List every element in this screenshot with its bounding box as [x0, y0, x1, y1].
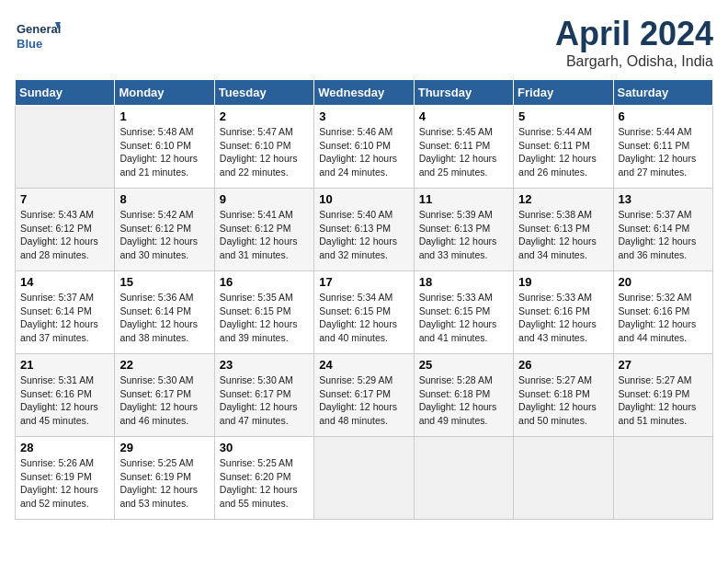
title-block: April 2024 Bargarh, Odisha, India — [555, 15, 713, 70]
day-info: Sunrise: 5:44 AM Sunset: 6:11 PM Dayligh… — [518, 125, 608, 179]
day-number: 5 — [518, 109, 608, 123]
day-info: Sunrise: 5:37 AM Sunset: 6:14 PM Dayligh… — [619, 208, 708, 262]
calendar-cell: 22Sunrise: 5:30 AM Sunset: 6:17 PM Dayli… — [115, 354, 214, 437]
day-info: Sunrise: 5:45 AM Sunset: 6:11 PM Dayligh… — [419, 125, 508, 179]
day-info: Sunrise: 5:25 AM Sunset: 6:20 PM Dayligh… — [220, 456, 309, 511]
day-info: Sunrise: 5:43 AM Sunset: 6:12 PM Dayligh… — [20, 208, 109, 262]
day-info: Sunrise: 5:29 AM Sunset: 6:17 PM Dayligh… — [319, 373, 408, 428]
day-info: Sunrise: 5:41 AM Sunset: 6:12 PM Dayligh… — [220, 208, 309, 262]
calendar-cell: 6Sunrise: 5:44 AM Sunset: 6:11 PM Daylig… — [613, 106, 712, 189]
day-number: 27 — [619, 358, 708, 372]
day-number: 26 — [518, 358, 608, 372]
calendar-week: 14Sunrise: 5:37 AM Sunset: 6:14 PM Dayli… — [16, 271, 713, 354]
day-number: 9 — [220, 192, 309, 206]
calendar-cell: 3Sunrise: 5:46 AM Sunset: 6:10 PM Daylig… — [314, 106, 414, 189]
day-number: 23 — [220, 358, 309, 372]
day-number: 25 — [419, 358, 508, 372]
day-info: Sunrise: 5:39 AM Sunset: 6:13 PM Dayligh… — [419, 208, 508, 262]
calendar-cell: 23Sunrise: 5:30 AM Sunset: 6:17 PM Dayli… — [214, 354, 313, 437]
day-info: Sunrise: 5:48 AM Sunset: 6:10 PM Dayligh… — [119, 125, 209, 179]
calendar-cell: 11Sunrise: 5:39 AM Sunset: 6:13 PM Dayli… — [414, 189, 513, 271]
calendar-cell: 9Sunrise: 5:41 AM Sunset: 6:12 PM Daylig… — [214, 189, 313, 271]
day-info: Sunrise: 5:42 AM Sunset: 6:12 PM Dayligh… — [119, 208, 209, 262]
day-info: Sunrise: 5:40 AM Sunset: 6:13 PM Dayligh… — [319, 208, 408, 262]
svg-text:General: General — [17, 22, 61, 36]
day-number: 10 — [319, 192, 408, 206]
calendar-cell — [314, 437, 414, 520]
calendar-week: 21Sunrise: 5:31 AM Sunset: 6:16 PM Dayli… — [16, 354, 713, 437]
calendar-cell — [613, 437, 712, 520]
day-number: 22 — [119, 358, 209, 372]
day-number: 20 — [619, 275, 708, 289]
dow-header: Thursday — [414, 80, 513, 106]
day-info: Sunrise: 5:47 AM Sunset: 6:10 PM Dayligh… — [220, 125, 309, 179]
day-info: Sunrise: 5:26 AM Sunset: 6:19 PM Dayligh… — [20, 456, 109, 511]
day-info: Sunrise: 5:33 AM Sunset: 6:15 PM Dayligh… — [419, 291, 508, 345]
day-info: Sunrise: 5:30 AM Sunset: 6:17 PM Dayligh… — [220, 373, 309, 428]
calendar-cell: 25Sunrise: 5:28 AM Sunset: 6:18 PM Dayli… — [414, 354, 513, 437]
calendar-cell: 29Sunrise: 5:25 AM Sunset: 6:19 PM Dayli… — [115, 437, 214, 520]
logo-icon: General Blue — [15, 15, 61, 61]
day-number: 17 — [319, 275, 408, 289]
page-header: General Blue April 2024 Bargarh, Odisha,… — [15, 15, 713, 70]
calendar-cell: 16Sunrise: 5:35 AM Sunset: 6:15 PM Dayli… — [214, 271, 313, 354]
calendar-cell: 20Sunrise: 5:32 AM Sunset: 6:16 PM Dayli… — [613, 271, 712, 354]
day-number: 24 — [319, 358, 408, 372]
day-info: Sunrise: 5:46 AM Sunset: 6:10 PM Dayligh… — [319, 125, 408, 179]
calendar-cell: 26Sunrise: 5:27 AM Sunset: 6:18 PM Dayli… — [514, 354, 613, 437]
day-info: Sunrise: 5:37 AM Sunset: 6:14 PM Dayligh… — [20, 291, 109, 345]
calendar-cell: 10Sunrise: 5:40 AM Sunset: 6:13 PM Dayli… — [314, 189, 414, 271]
day-info: Sunrise: 5:35 AM Sunset: 6:15 PM Dayligh… — [220, 291, 309, 345]
calendar-cell — [514, 437, 613, 520]
month-title: April 2024 — [555, 15, 713, 53]
day-number: 3 — [319, 109, 408, 123]
calendar-cell: 18Sunrise: 5:33 AM Sunset: 6:15 PM Dayli… — [414, 271, 513, 354]
day-info: Sunrise: 5:36 AM Sunset: 6:14 PM Dayligh… — [119, 291, 209, 345]
day-number: 29 — [119, 441, 209, 454]
day-info: Sunrise: 5:31 AM Sunset: 6:16 PM Dayligh… — [20, 373, 109, 428]
svg-text:Blue: Blue — [17, 37, 42, 51]
calendar-cell — [414, 437, 513, 520]
day-info: Sunrise: 5:33 AM Sunset: 6:16 PM Dayligh… — [518, 291, 608, 345]
day-number: 14 — [20, 275, 109, 289]
calendar-cell: 2Sunrise: 5:47 AM Sunset: 6:10 PM Daylig… — [214, 106, 313, 189]
day-number: 1 — [119, 109, 209, 123]
logo: General Blue — [15, 15, 61, 61]
day-number: 12 — [518, 192, 608, 206]
calendar-cell: 24Sunrise: 5:29 AM Sunset: 6:17 PM Dayli… — [314, 354, 414, 437]
day-info: Sunrise: 5:27 AM Sunset: 6:18 PM Dayligh… — [518, 373, 608, 428]
calendar-header: SundayMondayTuesdayWednesdayThursdayFrid… — [16, 80, 713, 106]
calendar-cell: 7Sunrise: 5:43 AM Sunset: 6:12 PM Daylig… — [16, 189, 115, 271]
day-number: 2 — [220, 109, 309, 123]
day-number: 6 — [619, 109, 708, 123]
day-number: 4 — [419, 109, 508, 123]
dow-header: Sunday — [16, 80, 115, 106]
day-number: 18 — [419, 275, 508, 289]
calendar-cell: 21Sunrise: 5:31 AM Sunset: 6:16 PM Dayli… — [16, 354, 115, 437]
day-number: 28 — [20, 441, 109, 454]
calendar-cell: 4Sunrise: 5:45 AM Sunset: 6:11 PM Daylig… — [414, 106, 513, 189]
day-info: Sunrise: 5:44 AM Sunset: 6:11 PM Dayligh… — [619, 125, 708, 179]
calendar-week: 1Sunrise: 5:48 AM Sunset: 6:10 PM Daylig… — [16, 106, 713, 189]
calendar-cell: 15Sunrise: 5:36 AM Sunset: 6:14 PM Dayli… — [115, 271, 214, 354]
calendar-cell: 8Sunrise: 5:42 AM Sunset: 6:12 PM Daylig… — [115, 189, 214, 271]
day-info: Sunrise: 5:34 AM Sunset: 6:15 PM Dayligh… — [319, 291, 408, 345]
calendar-cell: 12Sunrise: 5:38 AM Sunset: 6:13 PM Dayli… — [514, 189, 613, 271]
dow-header: Monday — [115, 80, 214, 106]
location: Bargarh, Odisha, India — [555, 53, 713, 70]
day-number: 16 — [220, 275, 309, 289]
day-number: 30 — [220, 441, 309, 454]
calendar-cell: 30Sunrise: 5:25 AM Sunset: 6:20 PM Dayli… — [214, 437, 313, 520]
day-info: Sunrise: 5:28 AM Sunset: 6:18 PM Dayligh… — [419, 373, 508, 428]
calendar-cell: 1Sunrise: 5:48 AM Sunset: 6:10 PM Daylig… — [115, 106, 214, 189]
dow-header: Friday — [514, 80, 613, 106]
day-number: 8 — [119, 192, 209, 206]
day-number: 15 — [119, 275, 209, 289]
calendar-cell: 17Sunrise: 5:34 AM Sunset: 6:15 PM Dayli… — [314, 271, 414, 354]
day-number: 21 — [20, 358, 109, 372]
calendar-table: SundayMondayTuesdayWednesdayThursdayFrid… — [15, 79, 713, 520]
day-info: Sunrise: 5:30 AM Sunset: 6:17 PM Dayligh… — [119, 373, 209, 428]
calendar-cell: 5Sunrise: 5:44 AM Sunset: 6:11 PM Daylig… — [514, 106, 613, 189]
calendar-cell: 19Sunrise: 5:33 AM Sunset: 6:16 PM Dayli… — [514, 271, 613, 354]
dow-header: Tuesday — [214, 80, 313, 106]
